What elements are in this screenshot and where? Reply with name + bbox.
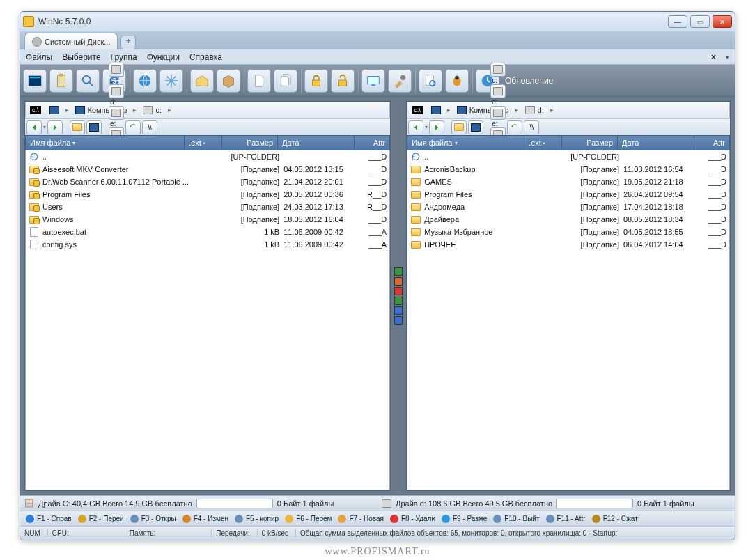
drive-button-d[interactable] [490,84,506,98]
drive-button-d[interactable] [109,84,124,98]
file-row[interactable]: ..[UP-FOLDER]___D [407,150,729,163]
fkey-f5[interactable]: F5 - копир [232,514,281,524]
file-row[interactable]: config.sys1 kB11.06.2009 00:42___A [26,238,389,251]
folder-locked-icon [29,215,40,224]
fkey-f6[interactable]: F6 - Перем [282,514,334,524]
file-row[interactable]: Андромеда[Подпапке]17.04.2012 18:18___D [407,201,729,213]
drive-icon [525,106,535,114]
folder-locked-icon [29,177,40,187]
minimize-button[interactable]: — [668,15,687,28]
menu-help[interactable]: Справка [189,52,222,62]
menu-group[interactable]: Группа [111,52,137,62]
tab-system-disk[interactable]: Системный Диск... [24,33,118,49]
fkey-f8[interactable]: F8 - Удали [387,514,437,524]
file-row[interactable]: Музыка-Избранное[Подпапке]04.05.2012 18:… [407,226,729,238]
right-pathbar[interactable]: c:\ ▸ Компьютер▸ d:▸ [407,102,730,118]
clipboard-icon[interactable] [49,69,73,93]
file-row[interactable]: Windows[Подпапке]18.05.2012 16:04___D [26,213,389,226]
splitter[interactable] [394,101,403,491]
lock-open-icon[interactable] [331,69,355,93]
documents-icon[interactable] [274,69,297,93]
screen-icon[interactable] [361,69,385,93]
folder-icon [410,240,421,249]
cmd-icon: c:\ [412,106,423,114]
left-pathbar[interactable]: c:\ ▸ Компьютер▸ c:▸ [25,102,390,118]
file-row[interactable]: AcronisBackup[Подпапке]11.03.2012 16:54_… [407,163,729,176]
right-columns[interactable]: Имя файла ▾ .ext ▪ Размер Дата Attr [407,135,730,150]
status-transfer: Передачи: [211,529,249,537]
file-row[interactable]: Драйвера[Подпапке]08.05.2012 18:34___D [407,213,729,226]
left-space-bar [196,499,273,508]
menu-files[interactable]: Файлы [26,52,52,62]
folder-button[interactable] [70,120,85,134]
nav-back-button[interactable] [26,120,42,134]
bug-icon[interactable] [445,69,469,93]
snowflake-icon[interactable] [159,69,183,93]
maximize-button[interactable]: ▭ [690,15,710,28]
drive-button-c[interactable] [490,63,506,77]
file-row[interactable]: Dr.Web Scanner 6.00.11.07112 Portable ..… [26,176,389,188]
svg-rect-14 [371,84,375,86]
menu-select[interactable]: Выберите [62,52,100,62]
desktop-button[interactable] [86,120,102,134]
fkey-f1[interactable]: F1 - Справ [23,514,74,524]
close-button[interactable]: ✕ [713,15,732,28]
svg-rect-2 [58,75,65,86]
drive-icon [382,499,391,508]
up-icon [410,152,421,162]
file-row[interactable]: Program Files[Подпапке]26.04.2012 09:54_… [407,188,729,201]
update-label[interactable]: Обновление [505,76,553,86]
menu-functions[interactable]: Функции [147,52,180,62]
tools-icon[interactable] [388,69,412,93]
folder-icon [410,227,421,237]
left-columns[interactable]: Имя файла ▾ .ext ▪ Размер Дата Attr [25,135,390,150]
drive-button-c[interactable] [109,63,124,77]
fkey-f11[interactable]: F11 - Attr [543,514,588,524]
mail-open-icon[interactable] [190,69,214,93]
fkey-f3[interactable]: F3 - Откры [127,514,178,524]
package-icon[interactable] [217,69,240,93]
menu-close-icon[interactable]: × [711,52,716,62]
titlebar[interactable]: WinNc 5.7.0.0 — ▭ ✕ [20,12,735,31]
globe-icon[interactable] [133,69,157,93]
fkey-f2[interactable]: F2 - Переи [75,514,126,524]
watermark: www.PROFISMART.ru [0,546,755,557]
svg-line-5 [89,81,93,86]
file-row[interactable]: Program Files[Подпапке]20.05.2012 00:36R… [26,188,389,201]
folder-button[interactable] [451,120,467,134]
terminal-icon[interactable] [23,69,47,93]
file-row[interactable]: Aiseesoft MKV Converter[Подпапке]04.05.2… [26,163,389,176]
right-drive-status: Драйв d: 108,6 GB Всего 49,5 GB бесплатн… [378,495,735,511]
nav-forward-button[interactable] [47,120,63,134]
file-row[interactable]: GAMES[Подпапке]19.05.2012 21:18___D [407,176,729,188]
fkey-f9[interactable]: F9 - Разме [439,514,489,524]
left-filelist[interactable]: ..[UP-FOLDER]___DAiseesoft MKV Converter… [25,150,390,490]
file-row[interactable]: autoexec.bat1 kB11.06.2009 00:42___A [26,226,389,238]
refresh-button[interactable] [507,120,522,134]
drive-button-e[interactable] [490,106,506,120]
refresh-button[interactable] [125,120,141,134]
desktop-button[interactable] [468,120,483,134]
fkey-f12[interactable]: F12 - Сжат [589,514,640,524]
menu-dropdown-icon[interactable]: ▾ [726,54,729,61]
lock-closed-icon[interactable] [304,69,328,93]
network-button[interactable]: \\ [142,120,157,134]
fkey-f4[interactable]: F4 - Измен [180,514,231,524]
nav-forward-button[interactable] [429,120,444,134]
search-icon[interactable] [76,69,100,93]
window-title: WinNc 5.7.0.0 [38,17,665,26]
nav-back-button[interactable] [408,120,423,134]
file-row[interactable]: ПРОЧЕЕ[Подпапке]06.04.2012 14:04___D [407,238,729,251]
file-row[interactable]: Users[Подпапке]24.03.2012 17:13R__D [26,201,389,213]
document-icon[interactable] [247,69,271,93]
new-tab-button[interactable]: + [120,36,136,49]
file-row[interactable]: ..[UP-FOLDER]___D [26,150,389,163]
fkey-f7[interactable]: F7 - Новая [335,514,386,524]
right-filelist[interactable]: ..[UP-FOLDER]___DAcronisBackup[Подпапке]… [407,150,730,490]
drive-button-e[interactable] [109,106,124,120]
fkey-f10[interactable]: F10 - Выйт [490,514,541,524]
network-button[interactable]: \\ [524,120,539,134]
folder-icon [410,164,421,174]
left-pane: c:\ ▸ Компьютер▸ c:▸ ▾ c:d:e:f:h:i: \\ И… [24,101,391,491]
doc-search-icon[interactable] [419,69,442,93]
